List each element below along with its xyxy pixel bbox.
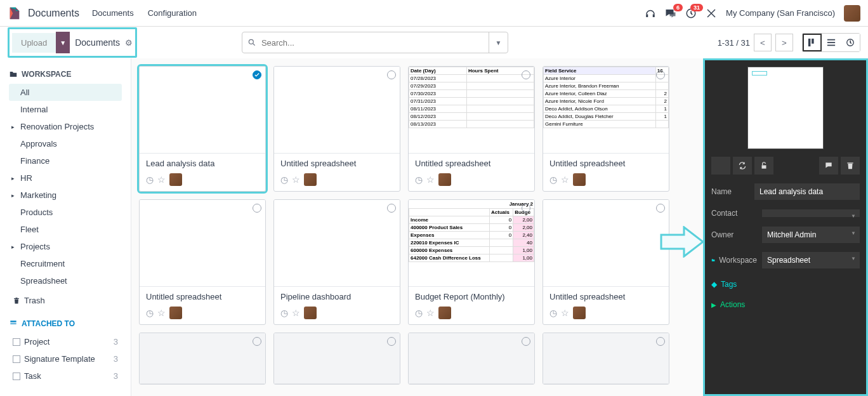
card-select-toggle[interactable] [656,204,665,213]
checkbox[interactable] [13,355,20,363]
sidebar-item-approvals[interactable]: Approvals [9,135,122,152]
upload-dropdown-button[interactable]: ▼ [56,32,70,53]
tags-section[interactable]: ◆ Tags [711,280,860,289]
chatter-button[interactable] [819,157,838,175]
gear-icon[interactable]: ⚙ [125,38,133,48]
name-label: Name [711,187,749,196]
document-card[interactable] [139,333,266,385]
contact-field[interactable] [762,209,860,217]
document-preview[interactable] [747,67,824,149]
owner-field[interactable]: Mitchell Admin [762,227,860,243]
sidebar-item-projects[interactable]: ▸Projects [9,238,122,255]
search-box[interactable]: ▼ [242,32,508,53]
card-thumbnail: January 2ActualsBudgeIncome02,00400000 P… [409,200,534,287]
card-select-toggle[interactable] [522,337,530,346]
document-card[interactable] [542,333,669,385]
user-avatar[interactable] [844,5,860,22]
upload-button[interactable]: Upload [12,33,56,53]
star-icon[interactable]: ☆ [292,175,300,185]
sidebar-item-spreadsheet[interactable]: Spreadsheet [9,272,122,289]
card-select-toggle[interactable] [253,70,261,79]
nav-documents[interactable]: Documents [92,8,134,18]
sidebar-item-fleet[interactable]: Fleet [9,221,122,238]
upload-group: Upload ▼ Documents ⚙ [8,27,137,58]
card-select-toggle[interactable] [522,70,530,79]
download-button[interactable] [711,157,730,175]
name-field[interactable] [754,183,860,200]
delete-button[interactable] [841,157,860,175]
activities-icon[interactable]: 31 [685,8,697,19]
document-card[interactable]: Field Service16Azure InteriorAzure Inter… [542,66,669,192]
card-thumbnail [140,200,265,287]
svg-rect-7 [827,42,835,43]
document-card[interactable]: Untitled spreadsheet◷☆ [273,66,400,192]
document-card[interactable]: Pipeline dashboard◷☆ [273,199,400,325]
sidebar-item-products[interactable]: Products [9,204,122,221]
messages-icon[interactable]: 6 [665,8,676,19]
sidebar-item-internal[interactable]: Internal [9,101,122,118]
tools-icon[interactable] [706,8,717,19]
card-select-toggle[interactable] [253,337,261,346]
pager-next-button[interactable]: > [775,34,793,51]
document-card[interactable]: Lead analysis data◷☆ [139,66,266,192]
sidebar-item-marketing[interactable]: ▸Marketing [9,187,122,204]
nav-configuration[interactable]: Configuration [148,8,197,18]
support-icon[interactable] [645,8,656,19]
checkbox[interactable] [13,373,20,380]
pager-text: 1-31 / 31 [718,38,750,48]
svg-rect-0 [646,14,648,17]
pager-prev-button[interactable]: < [754,34,772,51]
tag-icon: ◆ [711,280,717,289]
star-icon[interactable]: ☆ [292,308,300,318]
document-card[interactable] [273,333,400,385]
attached-item-task[interactable]: Task3 [9,367,122,385]
app-logo[interactable] [8,6,22,20]
card-thumbnail [274,333,400,384]
card-select-toggle[interactable] [656,70,665,79]
search-options-button[interactable]: ▼ [489,32,508,53]
kanban-view-button[interactable] [803,34,822,51]
replace-button[interactable] [733,157,752,175]
star-icon[interactable]: ☆ [157,175,166,185]
card-select-toggle[interactable] [387,70,396,79]
svg-rect-1 [653,14,655,17]
card-title: Untitled spreadsheet [549,292,662,301]
lock-button[interactable] [754,157,773,175]
card-select-toggle[interactable] [522,204,530,213]
sidebar-item-all[interactable]: All [9,84,122,101]
card-title: Untitled spreadsheet [549,159,662,168]
star-icon[interactable]: ☆ [157,308,166,318]
attached-item-signature-template[interactable]: Signature Template3 [9,350,122,367]
document-card[interactable]: Untitled spreadsheet◷☆ [542,199,669,325]
card-thumbnail [140,333,265,384]
document-card[interactable]: Date (Day)Hours Spent07/28/202307/29/202… [408,66,535,192]
clock-icon: ◷ [146,308,154,318]
document-card[interactable] [408,333,535,385]
trash-item[interactable]: Trash [9,292,122,309]
document-card[interactable]: Untitled spreadsheet◷☆ [139,199,266,325]
sidebar-item-finance[interactable]: Finance [9,152,122,169]
card-select-toggle[interactable] [253,204,261,213]
attached-item-project[interactable]: Project3 [9,333,122,350]
card-select-toggle[interactable] [656,337,665,346]
play-icon: ▶ [711,301,716,308]
star-icon[interactable]: ☆ [561,308,569,318]
list-view-button[interactable] [822,34,841,51]
svg-rect-5 [812,39,814,44]
sidebar-item-renovation-projects[interactable]: ▸Renovation Projects [9,118,122,135]
actions-section[interactable]: ▶ Actions [711,300,860,309]
sidebar-item-hr[interactable]: ▸HR [9,169,122,187]
owner-avatar [573,307,586,319]
sidebar-item-recruitment[interactable]: Recruitment [9,255,122,272]
checkbox[interactable] [13,338,20,346]
activity-view-button[interactable] [841,34,860,51]
workspace-field[interactable]: Spreadsheet [762,252,860,268]
star-icon[interactable]: ☆ [426,175,435,185]
card-select-toggle[interactable] [387,204,396,213]
company-selector[interactable]: My Company (San Francisco) [726,8,835,18]
star-icon[interactable]: ☆ [561,175,569,185]
document-card[interactable]: January 2ActualsBudgeIncome02,00400000 P… [408,199,535,325]
star-icon[interactable]: ☆ [426,308,435,318]
search-input[interactable] [261,38,489,48]
card-select-toggle[interactable] [387,337,396,346]
